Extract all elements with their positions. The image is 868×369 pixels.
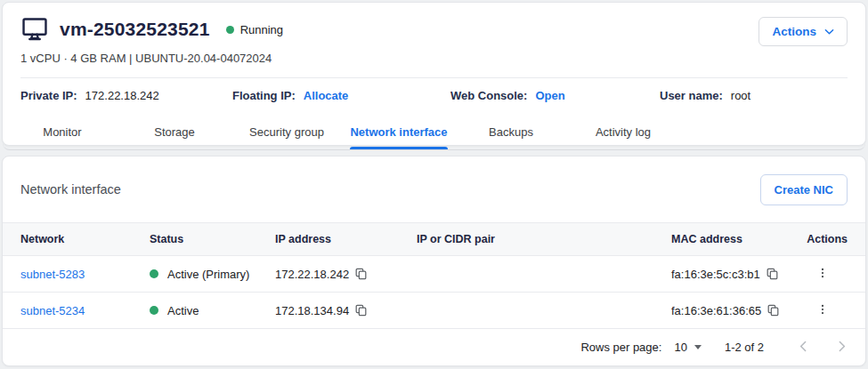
vm-tab-bar: Monitor Storage Security group Network i… bbox=[3, 115, 865, 150]
status-label: Active (Primary) bbox=[167, 268, 249, 281]
tab-activity-log[interactable]: Activity log bbox=[567, 115, 679, 149]
info-user-name: User name: root bbox=[660, 89, 750, 102]
info-private-ip: Private IP: 172.22.18.242 bbox=[20, 89, 159, 102]
column-header-ip-address: IP address bbox=[275, 233, 417, 245]
table-header-row: Network Status IP address IP or CIDR pai… bbox=[3, 222, 865, 256]
column-header-ip-or-cidr: IP or CIDR pair bbox=[417, 233, 671, 245]
user-name-value: root bbox=[731, 89, 750, 102]
tab-label: Activity log bbox=[596, 125, 651, 139]
info-label: User name: bbox=[660, 89, 723, 102]
tab-label: Network interface bbox=[350, 125, 447, 139]
next-page-icon[interactable] bbox=[831, 335, 853, 360]
row-kebab-menu-icon[interactable] bbox=[813, 300, 832, 322]
info-label: Floating IP: bbox=[232, 89, 296, 102]
tab-label: Monitor bbox=[43, 125, 81, 139]
tab-backups[interactable]: Backups bbox=[455, 115, 567, 149]
dropdown-arrow-icon bbox=[694, 345, 702, 349]
tab-label: Backups bbox=[489, 125, 533, 139]
ip-address-value: 172.22.18.242 bbox=[275, 268, 349, 281]
column-header-mac-address: MAC address bbox=[671, 233, 798, 245]
actions-button-label: Actions bbox=[772, 25, 816, 38]
row-kebab-menu-icon[interactable] bbox=[813, 263, 832, 285]
tab-network-interface[interactable]: Network interface bbox=[343, 115, 455, 149]
actions-button[interactable]: Actions bbox=[758, 17, 848, 46]
active-tab-underline bbox=[350, 147, 448, 149]
copy-icon[interactable] bbox=[767, 303, 780, 317]
copy-icon[interactable] bbox=[354, 303, 368, 317]
copy-icon[interactable] bbox=[354, 267, 368, 281]
vm-spec-subtitle: 1 vCPU · 4 GB RAM | UBUNTU-20.04-0407202… bbox=[20, 52, 848, 65]
vm-info-bar: Private IP: 172.22.18.242 Floating IP: A… bbox=[3, 78, 865, 115]
rows-per-page-select[interactable]: 10 bbox=[674, 341, 701, 354]
private-ip-value: 172.22.18.242 bbox=[85, 89, 159, 102]
tab-label: Storage bbox=[154, 125, 195, 139]
copy-icon[interactable] bbox=[766, 267, 779, 281]
info-label: Web Console: bbox=[450, 89, 527, 102]
network-interface-panel: Network interface Create NIC Network Sta… bbox=[2, 156, 866, 366]
column-header-status: Status bbox=[150, 233, 275, 245]
table-row: subnet-5283 Active (Primary) 172.22.18.2… bbox=[3, 256, 865, 293]
vm-status-badge: Running bbox=[226, 23, 283, 36]
vm-header: vm-25032523521 Running Actions 1 vCPU · … bbox=[3, 3, 865, 78]
tab-monitor[interactable]: Monitor bbox=[6, 115, 118, 149]
ip-address-value: 172.18.134.94 bbox=[275, 304, 349, 317]
page-range-label: 1-2 of 2 bbox=[725, 341, 764, 354]
status-label: Active bbox=[167, 304, 199, 317]
rows-per-page-value: 10 bbox=[674, 341, 686, 354]
table-row: subnet-5234 Active 172.18.134.94 fa:16:3… bbox=[3, 293, 865, 329]
status-dot-icon bbox=[150, 306, 158, 315]
status-cell: Active (Primary) bbox=[150, 268, 275, 281]
status-dot-icon bbox=[226, 26, 234, 34]
info-floating-ip: Floating IP: Allocate bbox=[232, 89, 348, 102]
vm-status-label: Running bbox=[240, 23, 283, 36]
previous-page-icon[interactable] bbox=[792, 335, 815, 360]
status-dot-icon bbox=[150, 269, 158, 278]
subnet-link[interactable]: subnet-5234 bbox=[20, 304, 85, 317]
tab-security-group[interactable]: Security group bbox=[231, 115, 343, 149]
table-pagination: Rows per page: 10 1-2 of 2 bbox=[3, 329, 865, 365]
vm-title: vm-25032523521 bbox=[60, 19, 210, 40]
subnet-link[interactable]: subnet-5283 bbox=[20, 268, 85, 281]
panel-header: Network interface Create NIC bbox=[3, 156, 865, 222]
create-nic-button[interactable]: Create NIC bbox=[760, 174, 848, 205]
chevron-down-icon bbox=[824, 28, 834, 36]
status-cell: Active bbox=[150, 304, 275, 317]
vm-summary-card: vm-25032523521 Running Actions 1 vCPU · … bbox=[2, 2, 866, 146]
tab-label: Security group bbox=[249, 125, 324, 139]
panel-title: Network interface bbox=[20, 182, 121, 197]
column-header-network: Network bbox=[20, 233, 150, 245]
mac-address-value: fa:16:3e:61:36:65 bbox=[671, 304, 761, 317]
info-web-console: Web Console: Open bbox=[450, 89, 565, 102]
info-label: Private IP: bbox=[20, 89, 77, 102]
monitor-icon bbox=[20, 17, 49, 42]
mac-address-value: fa:16:3e:5c:c3:b1 bbox=[671, 268, 760, 281]
open-web-console-link[interactable]: Open bbox=[535, 89, 564, 102]
allocate-floating-ip-link[interactable]: Allocate bbox=[304, 89, 349, 102]
rows-per-page-label: Rows per page: bbox=[580, 341, 661, 354]
tab-storage[interactable]: Storage bbox=[118, 115, 231, 149]
column-header-actions: Actions bbox=[798, 233, 848, 245]
